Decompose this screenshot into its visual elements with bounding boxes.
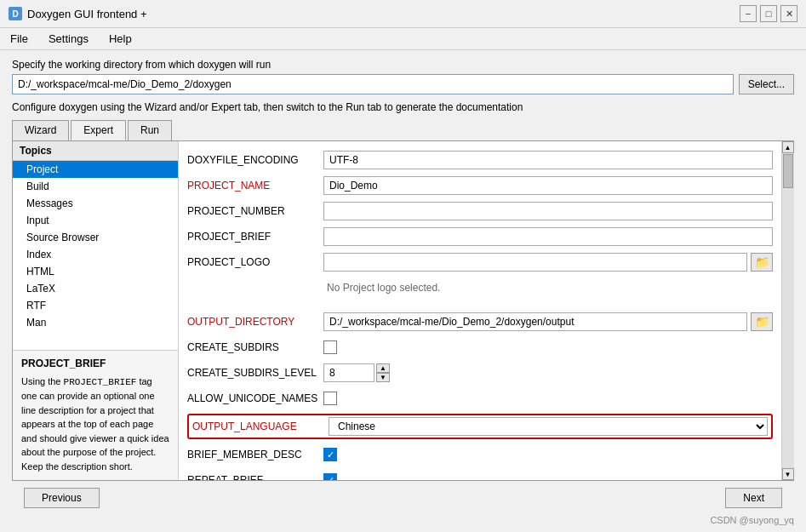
tab-expert[interactable]: Expert <box>71 120 126 140</box>
working-dir-input[interactable] <box>12 74 734 94</box>
topic-build[interactable]: Build <box>13 178 178 195</box>
input-project-number[interactable] <box>323 202 773 220</box>
title-bar: D Doxygen GUI frontend + − □ ✕ <box>0 0 806 28</box>
scroll-track <box>782 153 794 468</box>
label-brief-member-desc: BRIEF_MEMBER_DESC <box>187 449 323 460</box>
desc-text: Using the PROJECT_BRIEF tag one can prov… <box>21 375 169 474</box>
no-logo-row: No Project logo selected. <box>187 277 773 298</box>
field-output-directory: OUTPUT_DIRECTORY 📁 <box>187 312 773 332</box>
select-output-language[interactable]: Afrikaans Arabic Brazilian Catalan Chine… <box>329 417 768 436</box>
tabs-row: Wizard Expert Run <box>12 120 794 140</box>
close-button[interactable]: ✕ <box>780 5 797 22</box>
topic-html[interactable]: HTML <box>13 263 178 280</box>
checkbox-create-subdirs[interactable] <box>323 340 337 354</box>
input-output-directory[interactable] <box>323 312 747 331</box>
field-project-name: PROJECT_NAME <box>187 175 773 196</box>
tab-run[interactable]: Run <box>128 120 172 140</box>
working-dir-row: Select... <box>12 74 794 94</box>
topic-latex[interactable]: LaTeX <box>13 280 178 297</box>
label-create-subdirs-level: CREATE_SUBDIRS_LEVEL <box>187 367 323 379</box>
tab-wizard[interactable]: Wizard <box>12 120 69 140</box>
topics-header: Topics <box>13 141 178 161</box>
menu-file[interactable]: File <box>7 31 31 47</box>
label-create-subdirs: CREATE_SUBDIRS <box>187 341 323 353</box>
right-panel: DOXYFILE_ENCODING PROJECT_NAME PROJECT_N… <box>179 141 781 480</box>
minimize-button[interactable]: − <box>740 5 757 22</box>
topic-input[interactable]: Input <box>13 212 178 229</box>
field-allow-unicode-names: ALLOW_UNICODE_NAMES <box>187 388 773 409</box>
input-project-brief[interactable] <box>323 227 773 246</box>
checkbox-repeat-brief[interactable]: ✓ <box>323 473 337 480</box>
input-doxyfile-encoding[interactable] <box>323 151 773 169</box>
topic-rtf[interactable]: RTF <box>13 297 178 314</box>
desc-title: PROJECT_BRIEF <box>21 358 169 369</box>
input-project-name[interactable] <box>323 176 773 195</box>
spinner-create-subdirs-level: ▲ ▼ <box>323 363 390 382</box>
right-scrollbar[interactable]: ▲ ▼ <box>781 141 793 480</box>
input-create-subdirs-level[interactable] <box>323 363 374 382</box>
no-logo-text: No Project logo selected. <box>323 282 773 294</box>
label-project-number: PROJECT_NUMBER <box>187 205 323 217</box>
previous-button[interactable]: Previous <box>24 488 100 508</box>
field-repeat-brief: REPEAT_BRIEF ✓ <box>187 470 773 480</box>
app-title: Doxygen GUI frontend + <box>27 8 147 20</box>
maximize-button[interactable]: □ <box>760 5 777 22</box>
app-icon: D <box>9 7 22 20</box>
topics-list: Project Build Messages Input Source Brow… <box>13 161 178 350</box>
field-create-subdirs: CREATE_SUBDIRS <box>187 337 773 358</box>
content-area: Topics Project Build Messages Input Sour… <box>12 140 794 481</box>
topic-messages[interactable]: Messages <box>13 195 178 212</box>
configure-text: Configure doxygen using the Wizard and/o… <box>12 101 794 113</box>
topic-man[interactable]: Man <box>13 314 178 331</box>
label-doxyfile-encoding: DOXYFILE_ENCODING <box>187 154 323 166</box>
label-repeat-brief: REPEAT_BRIEF <box>187 474 323 480</box>
field-brief-member-desc: BRIEF_MEMBER_DESC ✓ <box>187 444 773 465</box>
field-doxyfile-encoding: DOXYFILE_ENCODING <box>187 150 773 170</box>
field-project-logo: PROJECT_LOGO 📁 <box>187 252 773 272</box>
spinner-down[interactable]: ▼ <box>376 373 390 382</box>
topic-project[interactable]: Project <box>13 161 178 178</box>
field-output-language-highlighted: OUTPUT_LANGUAGE Afrikaans Arabic Brazili… <box>187 414 773 439</box>
spinner-up[interactable]: ▲ <box>376 363 390 373</box>
field-create-subdirs-level: CREATE_SUBDIRS_LEVEL ▲ ▼ <box>187 363 773 383</box>
label-project-name: PROJECT_NAME <box>187 180 323 192</box>
scroll-down-arrow[interactable]: ▼ <box>782 468 794 480</box>
field-project-brief: PROJECT_BRIEF <box>187 226 773 247</box>
label-output-directory: OUTPUT_DIRECTORY <box>187 316 323 328</box>
topic-source-browser[interactable]: Source Browser <box>13 229 178 246</box>
watermark: CSDN @suyong_yq <box>710 515 794 525</box>
label-project-logo: PROJECT_LOGO <box>187 256 323 268</box>
bottom-nav: Previous Next <box>12 481 794 512</box>
instruction-text: Specify the working directory from which… <box>12 59 794 71</box>
browse-logo-button[interactable]: 📁 <box>751 253 773 272</box>
menu-bar: File Settings Help <box>0 28 806 50</box>
left-panel: Topics Project Build Messages Input Sour… <box>13 141 179 480</box>
scroll-thumb[interactable] <box>783 154 793 188</box>
label-project-brief: PROJECT_BRIEF <box>187 231 323 243</box>
checkbox-brief-member-desc[interactable]: ✓ <box>323 448 337 461</box>
main-content: Specify the working directory from which… <box>0 50 806 520</box>
label-allow-unicode-names: ALLOW_UNICODE_NAMES <box>187 392 323 404</box>
browse-output-button[interactable]: 📁 <box>751 312 773 331</box>
next-button[interactable]: Next <box>725 488 782 508</box>
menu-help[interactable]: Help <box>106 31 135 47</box>
scroll-up-arrow[interactable]: ▲ <box>782 141 794 153</box>
description-panel: PROJECT_BRIEF Using the PROJECT_BRIEF ta… <box>13 350 178 481</box>
topic-index[interactable]: Index <box>13 246 178 263</box>
select-dir-button[interactable]: Select... <box>739 74 794 94</box>
checkbox-allow-unicode-names[interactable] <box>323 392 337 405</box>
title-bar-left: D Doxygen GUI frontend + <box>9 7 147 20</box>
label-output-language: OUTPUT_LANGUAGE <box>192 420 329 432</box>
spinner-buttons: ▲ ▼ <box>376 363 390 382</box>
title-controls: − □ ✕ <box>740 5 797 22</box>
menu-settings[interactable]: Settings <box>45 31 92 47</box>
field-project-number: PROJECT_NUMBER <box>187 201 773 221</box>
input-project-logo[interactable] <box>323 253 747 272</box>
